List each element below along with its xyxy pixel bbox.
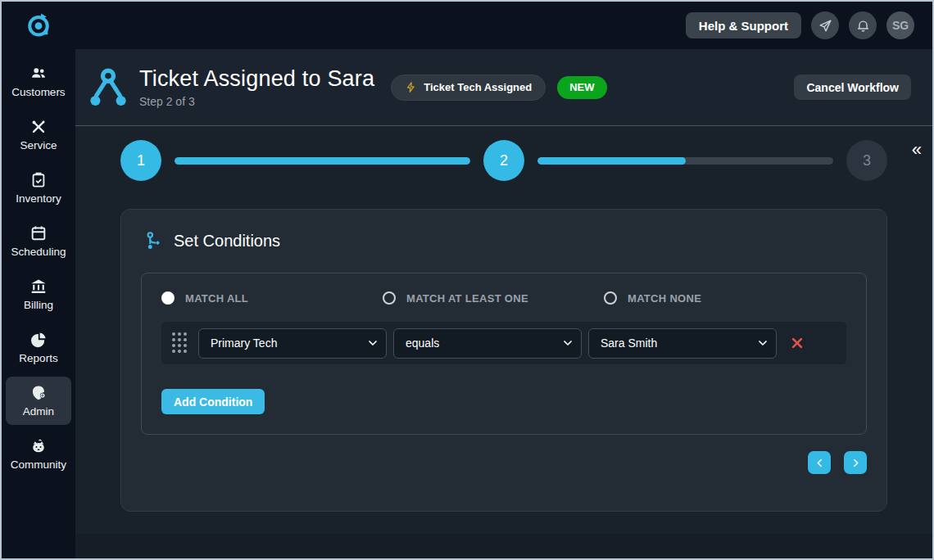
send-icon	[818, 18, 833, 34]
close-icon	[790, 336, 805, 350]
workflow-icon	[87, 66, 129, 109]
chevron-double-left-icon: «	[912, 139, 922, 160]
match-none-label: MATCH NONE	[628, 292, 701, 305]
step-1-circle[interactable]: 1	[120, 140, 161, 181]
step-track-2	[537, 157, 833, 165]
match-none-radio[interactable]	[604, 291, 617, 305]
community-icon	[29, 437, 48, 455]
title-block: Ticket Assigned to Sara Step 2 of 3	[139, 66, 374, 108]
lightning-icon	[405, 81, 417, 93]
trigger-badge[interactable]: Ticket Tech Assigned	[391, 75, 546, 101]
sidebar-item-community[interactable]: Community	[6, 430, 71, 478]
sidebar: Customers Service Inventory Schedul	[2, 49, 75, 558]
scheduling-icon	[29, 224, 48, 242]
step-track-1	[175, 157, 470, 165]
sidebar-label: Community	[11, 458, 66, 471]
condition-field-select[interactable]: Primary Tech	[198, 328, 387, 359]
page-title: Ticket Assigned to Sara	[139, 66, 374, 92]
remove-condition-button[interactable]	[790, 336, 805, 350]
user-avatar[interactable]: SG	[886, 11, 914, 39]
trigger-badge-label: Ticket Tech Assigned	[424, 81, 532, 93]
match-all-option[interactable]: MATCH ALL	[161, 291, 383, 305]
sidebar-label: Service	[20, 139, 57, 151]
syncro-logo-icon	[25, 11, 52, 39]
admin-icon	[29, 384, 48, 402]
collapse-panel-control[interactable]: «	[912, 141, 922, 159]
workflow-header: Ticket Assigned to Sara Step 2 of 3 Tick…	[75, 49, 932, 126]
add-condition-button[interactable]: Add Condition	[161, 389, 265, 414]
customers-icon	[29, 65, 48, 83]
value-select-wrap: Sara Smith	[588, 328, 777, 359]
match-none-option[interactable]: MATCH NONE	[604, 291, 825, 305]
field-select-wrap: Primary Tech	[198, 328, 387, 359]
condition-row: Primary Tech equals	[161, 322, 846, 364]
set-conditions-card: Set Conditions MATCH ALL MATCH AT LEAST …	[120, 209, 887, 512]
card-navigation	[141, 451, 867, 474]
topbar-actions: Help & Support SG	[686, 11, 932, 39]
previous-step-button[interactable]	[808, 451, 831, 474]
match-all-radio[interactable]	[161, 291, 175, 305]
reports-icon	[29, 331, 48, 349]
sidebar-item-admin[interactable]: Admin	[6, 377, 71, 425]
conditions-panel: MATCH ALL MATCH AT LEAST ONE MATCH NONE	[141, 273, 867, 435]
service-icon	[29, 118, 48, 136]
sidebar-item-scheduling[interactable]: Scheduling	[6, 217, 71, 265]
send-button[interactable]	[811, 11, 839, 39]
card-title: Set Conditions	[174, 232, 280, 251]
condition-operator-select[interactable]: equals	[393, 328, 582, 359]
next-step-button[interactable]	[844, 451, 867, 474]
app-window: Help & Support SG Cu	[0, 0, 934, 560]
match-at-least-one-radio[interactable]	[383, 291, 396, 305]
cancel-workflow-button[interactable]: Cancel Workflow	[794, 75, 911, 100]
sidebar-item-service[interactable]: Service	[6, 111, 71, 159]
sidebar-label: Inventory	[16, 192, 61, 205]
app-logo[interactable]	[2, 11, 75, 39]
step-track-1-fill	[175, 157, 470, 165]
sidebar-label: Admin	[23, 405, 54, 418]
card-title-row: Set Conditions	[141, 231, 867, 251]
sidebar-item-billing[interactable]: Billing	[6, 270, 71, 318]
operator-select-wrap: equals	[393, 328, 582, 359]
match-at-least-one-option[interactable]: MATCH AT LEAST ONE	[383, 291, 604, 305]
step-indicator: Step 2 of 3	[139, 95, 374, 108]
sidebar-item-customers[interactable]: Customers	[6, 57, 71, 106]
chevron-left-icon	[814, 458, 825, 468]
step-track-2-fill	[537, 157, 686, 165]
sidebar-item-reports[interactable]: Reports	[6, 323, 71, 372]
sidebar-label: Customers	[11, 86, 65, 98]
new-badge: NEW	[557, 76, 606, 99]
billing-icon	[29, 278, 48, 296]
chevron-right-icon	[850, 458, 861, 468]
drag-handle[interactable]	[172, 332, 190, 354]
step-2-circle[interactable]: 2	[483, 140, 524, 181]
condition-value-select[interactable]: Sara Smith	[588, 328, 777, 359]
main-area: Ticket Assigned to Sara Step 2 of 3 Tick…	[75, 49, 932, 558]
match-at-least-one-label: MATCH AT LEAST ONE	[406, 292, 528, 305]
inventory-icon	[29, 171, 48, 189]
step-progress-bar: 1 2 3	[120, 140, 887, 181]
help-support-button[interactable]: Help & Support	[686, 12, 801, 38]
topbar: Help & Support SG	[2, 2, 932, 49]
sidebar-label: Reports	[19, 352, 57, 364]
step-3-circle[interactable]: 3	[846, 140, 887, 181]
match-options-row: MATCH ALL MATCH AT LEAST ONE MATCH NONE	[161, 291, 846, 305]
sidebar-label: Billing	[24, 299, 53, 311]
notifications-button[interactable]	[849, 11, 877, 39]
footer-band	[75, 534, 932, 558]
branch-icon	[144, 231, 165, 251]
sidebar-label: Scheduling	[11, 246, 66, 258]
bell-icon	[855, 18, 871, 34]
match-all-label: MATCH ALL	[185, 292, 248, 305]
sidebar-item-inventory[interactable]: Inventory	[6, 164, 71, 212]
